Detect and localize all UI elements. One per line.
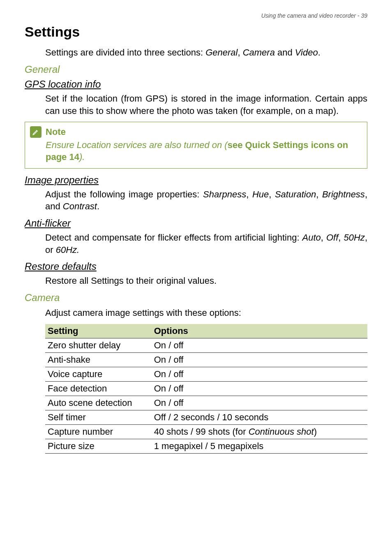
cell-setting: Anti-shake <box>45 352 152 367</box>
capture-prefix: 40 shots / 99 shots (for <box>154 426 249 437</box>
table-row: Anti-shake On / off <box>45 352 367 367</box>
table-header-row: Setting Options <box>45 324 367 338</box>
camera-intro: Adjust camera image settings with these … <box>45 307 367 319</box>
intro-suffix: . <box>318 47 321 58</box>
intro-sep2: and <box>275 47 295 58</box>
cell-setting: Capture number <box>45 424 152 439</box>
af-s2: , <box>338 232 344 243</box>
page-title: Settings <box>25 24 367 40</box>
note-suffix: ). <box>79 152 85 162</box>
af-s1: , <box>321 232 326 243</box>
subheading-anti-flicker: Anti-flicker <box>25 218 367 229</box>
intro-video: Video <box>295 47 318 58</box>
ip-s2: , <box>269 189 275 199</box>
ip-hue: Hue <box>252 189 269 199</box>
cell-options: On / off <box>152 367 367 381</box>
ip-sharpness: Sharpness <box>203 189 246 199</box>
cell-options: 40 shots / 99 shots (for Continuous shot… <box>152 424 367 439</box>
ip-contrast: Contrast <box>63 201 97 211</box>
ip-prefix: Adjust the following image properties: <box>45 189 203 199</box>
intro-general: General <box>205 47 238 58</box>
cell-setting: Zero shutter delay <box>45 338 152 352</box>
cell-options: Off / 2 seconds / 10 seconds <box>152 410 367 424</box>
section-general: General <box>25 64 367 75</box>
col-header-setting: Setting <box>45 324 152 338</box>
subheading-gps: GPS location info <box>25 79 367 90</box>
table-row: Self timer Off / 2 seconds / 10 seconds <box>45 410 367 424</box>
cell-setting: Auto scene detection <box>45 396 152 410</box>
intro-prefix: Settings are divided into three sections… <box>45 47 205 58</box>
af-60hz: 60Hz. <box>56 245 79 255</box>
running-header: Using the camera and video recorder - 39 <box>25 12 367 19</box>
ip-s1: , <box>246 189 252 199</box>
af-50hz: 50Hz <box>344 232 365 243</box>
subheading-restore-defaults: Restore defaults <box>25 261 367 272</box>
pencil-icon <box>30 126 42 138</box>
section-camera: Camera <box>25 292 367 303</box>
cell-options: On / off <box>152 396 367 410</box>
cell-setting: Picture size <box>45 439 152 453</box>
capture-italic: Continuous shot <box>249 426 314 437</box>
intro-camera: Camera <box>243 47 275 58</box>
table-row: Voice capture On / off <box>45 367 367 381</box>
subheading-image-properties: Image properties <box>25 174 367 186</box>
intro-text: Settings are divided into three sections… <box>45 47 367 58</box>
note-prefix: Ensure Location services are also turned… <box>46 140 228 150</box>
cell-options: 1 megapixel / 5 megapixels <box>152 439 367 453</box>
intro-sep1: , <box>238 47 242 58</box>
af-auto: Auto <box>302 232 321 243</box>
cell-options: On / off <box>152 381 367 396</box>
anti-flicker-body: Detect and compensate for flicker effect… <box>45 232 367 256</box>
note-title: Note <box>46 127 66 137</box>
ip-suffix: . <box>97 201 99 211</box>
note-title-row: Note <box>30 126 362 138</box>
cell-options: On / off <box>152 352 367 367</box>
table-row: Picture size 1 megapixel / 5 megapixels <box>45 439 367 453</box>
gps-body: Set if the location (from GPS) is stored… <box>45 93 367 117</box>
camera-settings-table: Setting Options Zero shutter delay On / … <box>45 324 367 454</box>
restore-body: Restore all Settings to their original v… <box>45 275 367 287</box>
ip-saturation: Saturation <box>275 189 316 199</box>
cell-setting: Self timer <box>45 410 152 424</box>
capture-suffix: ) <box>314 426 317 437</box>
table-row: Zero shutter delay On / off <box>45 338 367 352</box>
table-row: Capture number 40 shots / 99 shots (for … <box>45 424 367 439</box>
table-row: Auto scene detection On / off <box>45 396 367 410</box>
table-row: Face detection On / off <box>45 381 367 396</box>
ip-brightness: Brightness <box>322 189 365 199</box>
cell-setting: Voice capture <box>45 367 152 381</box>
cell-setting: Face detection <box>45 381 152 396</box>
note-box: Note Ensure Location services are also t… <box>25 122 367 168</box>
col-header-options: Options <box>152 324 367 338</box>
af-off: Off <box>326 232 338 243</box>
note-body: Ensure Location services are also turned… <box>46 139 362 163</box>
ip-s3: , <box>316 189 322 199</box>
image-props-body: Adjust the following image properties: S… <box>45 188 367 213</box>
af-prefix: Detect and compensate for flicker effect… <box>45 232 302 243</box>
cell-options: On / off <box>152 338 367 352</box>
